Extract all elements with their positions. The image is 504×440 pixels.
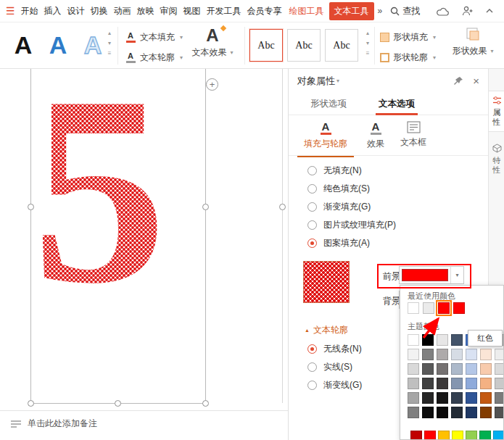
gallery-up-icon[interactable]: ▴ (366, 28, 369, 38)
digit-5-wordart[interactable]: 5 (26, 69, 207, 286)
recent-color-swatch[interactable] (453, 302, 465, 314)
menu-tab[interactable]: 切换 (88, 5, 110, 17)
theme-color-swatch[interactable] (422, 407, 434, 418)
theme-color-swatch[interactable] (480, 378, 492, 389)
theme-color-swatch[interactable] (480, 407, 492, 418)
theme-color-swatch[interactable] (495, 363, 504, 375)
shape-outline-button[interactable]: 形状轮廓 ▾ (380, 49, 436, 66)
theme-color-swatch[interactable] (437, 392, 448, 404)
close-icon[interactable]: × (473, 75, 479, 86)
menu-tab[interactable]: 开发工具 (205, 5, 244, 17)
theme-color-swatch[interactable] (466, 407, 477, 418)
tab-text-options[interactable]: 文本选项 (377, 94, 416, 115)
menu-tab[interactable]: 会员专享 (245, 5, 284, 17)
pin-icon[interactable] (453, 76, 463, 86)
selection-handle-left[interactable] (28, 204, 34, 210)
recent-color-swatch[interactable] (408, 302, 419, 314)
shape-effects-button[interactable]: 形状效果▾ (444, 26, 502, 57)
menu-tab[interactable]: 插入 (42, 5, 64, 17)
theme-color-swatch[interactable] (495, 392, 504, 404)
gallery-more-icon[interactable]: ≡ (366, 49, 370, 59)
more-tabs-icon[interactable]: » (374, 6, 387, 16)
recent-color-swatch[interactable] (423, 302, 434, 314)
theme-color-swatch[interactable] (422, 378, 434, 389)
text-fill-button[interactable]: A 文本填充 ▾ (125, 28, 183, 46)
chevron-down-icon[interactable]: ▾ (336, 78, 339, 84)
theme-color-swatch[interactable] (437, 363, 448, 375)
app-menu-icon[interactable]: ☰ (6, 5, 15, 17)
standard-color-swatch[interactable] (424, 431, 436, 440)
menu-tab[interactable]: 动画 (112, 5, 133, 17)
fill-option[interactable]: 图片或纹理填充(P) (289, 216, 488, 234)
recent-color-swatch[interactable] (438, 302, 450, 314)
slide-canvas[interactable]: 5 + (0, 69, 288, 410)
subtab-effects[interactable]: A 效果 (361, 121, 390, 150)
selection-left-edge[interactable] (30, 69, 31, 403)
notes-placeholder[interactable]: 单击此处添加备注 (28, 418, 97, 430)
fill-option[interactable]: 无填充(N) (289, 162, 488, 180)
wordart-preset[interactable]: Abc (249, 29, 283, 62)
wordart-style-blue[interactable]: A (44, 25, 73, 65)
standard-color-swatch[interactable] (452, 431, 463, 440)
search-button[interactable]: 查找 (390, 5, 420, 17)
menu-tab[interactable]: 设计 (65, 5, 87, 17)
theme-color-swatch[interactable] (495, 349, 504, 360)
theme-color-swatch[interactable] (466, 349, 477, 360)
theme-color-swatch[interactable] (451, 378, 463, 389)
theme-color-swatch[interactable] (408, 407, 419, 418)
theme-color-swatch[interactable] (451, 363, 463, 375)
standard-color-swatch[interactable] (493, 431, 504, 440)
selection-right-edge[interactable] (205, 69, 206, 403)
theme-color-swatch[interactable] (422, 334, 434, 346)
theme-color-swatch[interactable] (451, 392, 463, 404)
standard-color-swatch[interactable] (466, 431, 477, 440)
subtab-fill-outline[interactable]: A 填充与轮廓 (297, 121, 354, 150)
menu-tab[interactable]: 视图 (181, 5, 203, 17)
wordart-preset[interactable]: Abc (287, 29, 321, 62)
standard-color-swatch[interactable] (438, 431, 450, 440)
collapse-ribbon-icon[interactable] (485, 8, 494, 14)
sidebar-tab-features[interactable]: 特性 (489, 139, 504, 179)
selection-handle-bottom-right[interactable] (202, 400, 209, 407)
theme-color-swatch[interactable] (408, 334, 419, 346)
menu-tab[interactable]: 审阅 (158, 5, 180, 17)
theme-color-swatch[interactable] (451, 334, 463, 346)
wordart-style-plain[interactable]: A (9, 25, 38, 65)
menu-tab[interactable]: 开始 (19, 5, 41, 17)
fill-option[interactable]: 渐变填充(G) (289, 198, 488, 216)
cloud-sync-icon[interactable] (437, 7, 450, 16)
theme-color-swatch[interactable] (495, 378, 504, 389)
fill-option[interactable]: 图案填充(A) (289, 234, 488, 252)
theme-color-swatch[interactable] (451, 349, 463, 360)
menu-tab[interactable]: 放映 (135, 5, 157, 17)
shape-fill-button[interactable]: 形状填充 ▾ (380, 28, 436, 46)
theme-color-swatch[interactable] (480, 392, 492, 404)
theme-color-swatch[interactable] (437, 407, 448, 418)
notes-bar[interactable]: 单击此处添加备注 (0, 410, 288, 440)
theme-color-swatch[interactable] (466, 392, 477, 404)
subtab-textbox[interactable]: 文本框 (394, 121, 432, 149)
theme-color-swatch[interactable] (408, 363, 419, 375)
theme-color-swatch[interactable] (437, 334, 448, 346)
sidebar-tab-properties[interactable]: 属性 (489, 91, 504, 132)
theme-color-swatch[interactable] (422, 363, 434, 375)
theme-color-swatch[interactable] (422, 392, 434, 404)
menu-tab-text-tools[interactable]: 文本工具 (329, 2, 374, 20)
gallery-down-icon[interactable]: ▾ (366, 38, 369, 49)
selection-handle-bottom-left[interactable] (28, 400, 34, 407)
gallery-up-icon[interactable]: ▴ (108, 28, 111, 38)
theme-color-swatch[interactable] (466, 378, 477, 389)
theme-color-swatch[interactable] (437, 349, 448, 360)
gallery-down-icon[interactable]: ▾ (108, 38, 111, 49)
wordart-style-outline[interactable]: A (78, 25, 107, 65)
text-outline-section-header[interactable]: ▲ 文本轮廓 (305, 324, 348, 336)
theme-color-swatch[interactable] (408, 349, 419, 360)
theme-color-swatch[interactable] (422, 349, 434, 360)
menu-tab-drawing-tools[interactable]: 绘图工具 (286, 5, 327, 17)
standard-color-swatch[interactable] (479, 431, 491, 440)
selection-handle-bottom-center[interactable] (115, 400, 121, 407)
theme-color-swatch[interactable] (408, 378, 419, 389)
plus-handle-icon[interactable]: + (206, 78, 218, 91)
theme-color-swatch[interactable] (451, 407, 463, 418)
user-add-icon[interactable] (462, 6, 474, 16)
